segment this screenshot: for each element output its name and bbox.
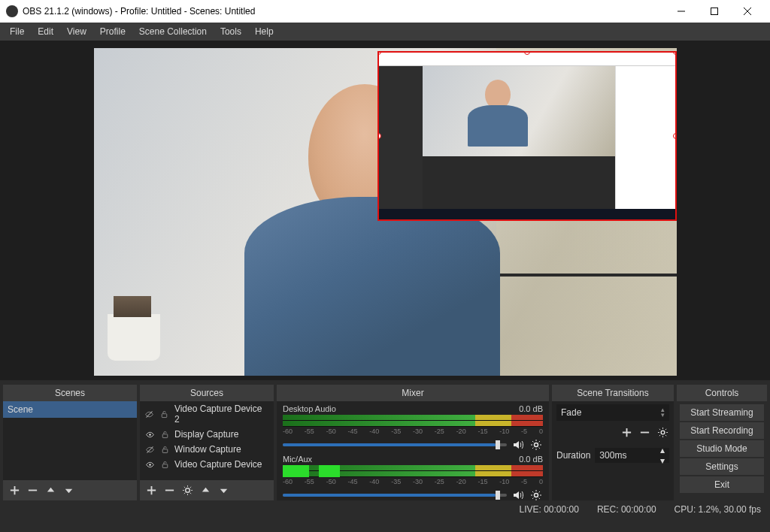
channel-level: 0.0 dB [519, 455, 543, 464]
menu-help[interactable]: Help [248, 23, 280, 40]
mixer-channel: Mic/Aux0.0 dB -60-55-50-45-40-35-30-25-2… [277, 452, 549, 500]
lock-open-icon[interactable] [159, 429, 170, 440]
svg-point-10 [661, 431, 665, 434]
add-transition-button[interactable] [620, 425, 633, 439]
remove-source-button[interactable] [162, 484, 176, 497]
scene-item[interactable]: Scene [3, 401, 137, 418]
svg-rect-3 [162, 434, 168, 437]
speaker-icon[interactable] [511, 488, 525, 500]
source-label: Display Capture [174, 429, 238, 440]
studio-mode-button[interactable]: Studio Mode [680, 440, 764, 457]
source-item[interactable]: Display Capture [140, 427, 274, 442]
svg-rect-6 [162, 464, 168, 467]
source-item[interactable]: Video Capture Device [140, 457, 274, 472]
scenes-list[interactable]: Scene [3, 401, 137, 479]
controls-header: Controls [677, 385, 767, 401]
window-titlebar: OBS 21.1.2 (windows) - Profile: Untitled… [0, 0, 770, 23]
channel-level: 0.0 dB [519, 404, 543, 413]
menu-view[interactable]: View [60, 23, 93, 40]
menu-tools[interactable]: Tools [214, 23, 248, 40]
obs-app-icon [6, 5, 18, 17]
transition-value: Fade [561, 407, 581, 418]
menu-bar: File Edit View Profile Scene Collection … [0, 23, 770, 41]
channel-name: Mic/Aux [283, 455, 312, 464]
transition-select[interactable]: Fade ▴▾ [556, 404, 669, 421]
source-item[interactable]: Video Capture Device 2 [140, 401, 274, 427]
source-properties-button[interactable] [180, 484, 194, 497]
speaker-icon[interactable] [511, 438, 525, 452]
menu-scene-collection[interactable]: Scene Collection [132, 23, 214, 40]
add-source-button[interactable] [144, 484, 158, 497]
sources-header: Sources [140, 385, 274, 401]
gear-icon[interactable] [529, 438, 543, 452]
preview-area[interactable] [0, 41, 770, 380]
source-label: Video Capture Device [174, 459, 262, 470]
eye-hidden-icon[interactable] [144, 409, 155, 419]
menu-profile[interactable]: Profile [93, 23, 132, 40]
controls-panel: Controls Start Streaming Start Recording… [677, 385, 767, 500]
mixer-header: Mixer [277, 385, 549, 401]
sources-panel: Sources Video Capture Device 2 Display C… [140, 385, 274, 500]
spinner-icon: ▴▾ [661, 407, 665, 418]
status-rec: REC: 00:00:00 [597, 504, 656, 515]
mixer-panel: Mixer Desktop Audio0.0 dB -60-55-50-45-4… [277, 385, 549, 500]
gear-icon[interactable] [529, 488, 543, 500]
status-bar: LIVE: 00:00:00 REC: 00:00:00 CPU: 1.2%, … [0, 500, 770, 518]
eye-icon[interactable] [144, 429, 155, 440]
start-streaming-button[interactable]: Start Streaming [680, 404, 764, 421]
eye-hidden-icon[interactable] [144, 444, 155, 455]
volume-slider[interactable] [283, 443, 507, 446]
transition-toolbar [552, 424, 674, 440]
svg-point-2 [149, 434, 151, 436]
lock-open-icon[interactable] [159, 409, 170, 419]
move-scene-up-button[interactable] [44, 484, 57, 497]
svg-rect-1 [162, 413, 168, 417]
status-cpu: CPU: 1.2%, 30.00 fps [675, 504, 761, 515]
db-scale: -60-55-50-45-40-35-30-25-20-15-10-50 [283, 428, 543, 435]
resize-handle[interactable] [673, 133, 677, 139]
scene-transitions-panel: Scene Transitions Fade ▴▾ Duration 300ms… [552, 385, 674, 500]
window-title: OBS 21.1.2 (windows) - Profile: Untitled… [23, 6, 665, 17]
source-label: Window Capture [174, 444, 241, 455]
svg-point-9 [535, 494, 538, 497]
move-scene-down-button[interactable] [62, 484, 75, 497]
duration-value: 300ms [599, 450, 626, 461]
resize-handle[interactable] [524, 51, 530, 55]
audio-meter [283, 415, 543, 427]
source-label: Video Capture Device 2 [174, 404, 269, 425]
remove-transition-button[interactable] [638, 425, 651, 439]
duration-spinner[interactable]: 300ms ▴▾ [595, 448, 669, 463]
svg-rect-0 [711, 8, 718, 15]
remove-scene-button[interactable] [26, 484, 39, 497]
menu-file[interactable]: File [3, 23, 31, 40]
duration-label: Duration [556, 450, 590, 461]
channel-name: Desktop Audio [283, 404, 336, 413]
db-scale: -60-55-50-45-40-35-30-25-20-15-10-50 [283, 478, 543, 485]
lock-open-icon[interactable] [159, 459, 170, 470]
settings-button[interactable]: Settings [680, 458, 764, 475]
audio-meter [283, 465, 543, 477]
add-scene-button[interactable] [8, 484, 21, 497]
source-item[interactable]: Window Capture [140, 442, 274, 457]
exit-button[interactable]: Exit [680, 476, 764, 493]
status-live: LIVE: 00:00:00 [519, 504, 578, 515]
mixer-channel: Desktop Audio0.0 dB -60-55-50-45-40-35-3… [277, 401, 549, 452]
maximize-button[interactable] [698, 0, 731, 23]
transition-settings-button[interactable] [656, 425, 669, 439]
transitions-header: Scene Transitions [552, 385, 674, 401]
lock-open-icon[interactable] [159, 444, 170, 455]
eye-icon[interactable] [144, 459, 155, 470]
menu-edit[interactable]: Edit [31, 23, 60, 40]
sources-toolbar [140, 479, 274, 500]
resize-handle[interactable] [377, 133, 381, 139]
selected-source-overlay[interactable] [377, 51, 677, 221]
sources-list[interactable]: Video Capture Device 2 Display Capture W… [140, 401, 274, 479]
volume-slider[interactable] [283, 494, 507, 497]
svg-point-8 [535, 443, 538, 447]
start-recording-button[interactable]: Start Recording [680, 422, 764, 439]
minimize-button[interactable] [665, 0, 698, 23]
close-button[interactable] [731, 0, 764, 23]
move-source-down-button[interactable] [217, 484, 230, 497]
move-source-up-button[interactable] [199, 484, 212, 497]
spinner-icon: ▴▾ [660, 445, 665, 466]
